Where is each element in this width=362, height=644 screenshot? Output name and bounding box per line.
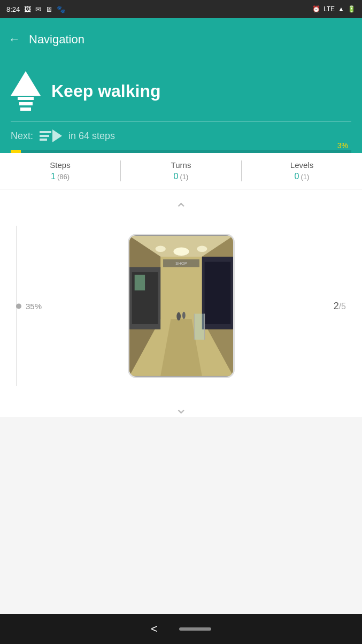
progress-bar-fill (11, 150, 21, 153)
chevron-down-icon[interactable]: ⌄ (175, 400, 187, 417)
side-dot-icon (16, 303, 21, 309)
steps-values: 1 (86) (51, 172, 70, 181)
back-button[interactable]: ← (9, 33, 20, 47)
page-title: Navigation (29, 33, 84, 47)
bottom-back-button[interactable]: < (151, 622, 158, 636)
nav-next: Next: in 64 steps (11, 122, 351, 150)
image-section: 35% (0, 234, 362, 378)
levels-secondary: (1) (301, 173, 310, 181)
progress-label: 3% (337, 141, 348, 150)
next-steps: in 64 steps (68, 131, 115, 142)
svg-point-5 (173, 247, 189, 256)
side-percent: 35% (16, 302, 42, 311)
progress-bar-container: 3% (11, 150, 351, 153)
svg-point-13 (176, 312, 181, 321)
nav-instruction: Keep walking (51, 81, 161, 101)
nav-main: Keep walking (11, 71, 351, 121)
turns-label: Turns (171, 160, 191, 170)
bottom-nav: < (0, 614, 362, 644)
steps-secondary: (86) (57, 173, 70, 181)
levels-main: 0 (295, 172, 299, 181)
stats-row: Steps 1 (86) Turns 0 (1) Levels 0 (1) (0, 153, 362, 189)
stat-turns: Turns 0 (1) (121, 160, 241, 181)
status-bar-right: ⏰ LTE ▲ 🔋 (312, 5, 356, 13)
alarm-icon: ⏰ (312, 5, 320, 13)
status-time: 8:24 (6, 5, 20, 13)
game-icon: 🐾 (57, 5, 65, 13)
svg-rect-12 (204, 262, 230, 324)
signal-icon: ▲ (338, 5, 344, 13)
header: ← Navigation (0, 18, 362, 60)
status-bar: 8:24 🖼 ✉ 🖥 🐾 ⏰ LTE ▲ 🔋 (0, 0, 362, 18)
svg-point-14 (182, 312, 185, 319)
levels-label: Levels (290, 160, 313, 170)
svg-rect-15 (194, 314, 204, 340)
next-turn-icon (40, 129, 62, 142)
svg-point-7 (197, 246, 207, 252)
email-icon: ✉ (35, 5, 41, 13)
svg-text:SHOP: SHOP (175, 261, 187, 266)
steps-label: Steps (50, 160, 70, 170)
counter-main: 2 (334, 301, 339, 311)
steps-main: 1 (51, 172, 56, 181)
image-counter: 2/5 (334, 301, 346, 312)
svg-point-6 (155, 246, 165, 252)
nav-card: Keep walking Next: in 64 steps 3% (0, 60, 362, 153)
next-label: Next: (11, 131, 33, 142)
battery-icon: 🔋 (348, 5, 356, 13)
mall-image: SHOP (128, 234, 235, 378)
lte-label: LTE (324, 5, 335, 13)
status-bar-left: 8:24 🖼 ✉ 🖥 🐾 (6, 5, 65, 13)
home-pill[interactable] (179, 627, 211, 631)
turns-secondary: (1) (180, 173, 189, 181)
stat-steps: Steps 1 (86) (0, 160, 120, 181)
chevron-up-icon[interactable]: ⌃ (175, 200, 187, 218)
counter-total: /5 (339, 302, 346, 311)
direction-arrow-icon (11, 71, 41, 111)
levels-values: 0 (1) (295, 172, 310, 181)
svg-rect-10 (134, 275, 144, 290)
stat-levels: Levels 0 (1) (242, 160, 362, 181)
percent-label: 35% (26, 302, 42, 311)
desktop-icon: 🖥 (45, 5, 52, 13)
turns-main: 0 (174, 172, 179, 181)
content-area: ⌃ 35% (0, 189, 362, 417)
turns-values: 0 (1) (174, 172, 189, 181)
photos-icon: 🖼 (24, 5, 31, 13)
